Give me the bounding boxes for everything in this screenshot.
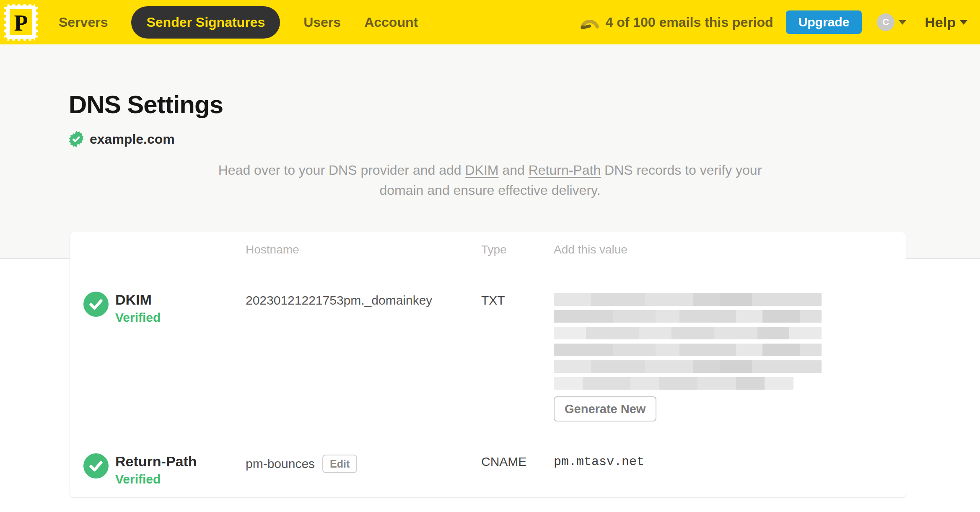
dkim-value-cell: Generate New (554, 267, 906, 430)
return-path-hostname-cell: pm-bounces Edit (246, 430, 481, 497)
chevron-down-icon (960, 20, 967, 25)
chevron-down-icon (899, 20, 906, 25)
redacted-value-line (554, 310, 822, 323)
account-menu[interactable]: C (877, 13, 906, 31)
table-row-dkim: DKIM Verified 20230121221753pm._domainke… (70, 267, 906, 430)
status-badge: Verified (115, 310, 161, 325)
return-path-link[interactable]: Return-Path (529, 163, 601, 178)
return-path-status-stack: Return-Path Verified (115, 453, 197, 486)
page-title: DNS Settings (69, 90, 980, 119)
table-header-row: Hostname Type Add this value (70, 232, 906, 267)
avatar: C (877, 13, 894, 31)
instruction-part2: and (498, 163, 528, 178)
redacted-value-line (554, 360, 822, 373)
help-label: Help (925, 14, 956, 31)
return-path-value: pm.mtasv.net (554, 455, 644, 469)
return-path-hostname: pm-bounces (246, 457, 315, 471)
return-path-type: CNAME (481, 430, 554, 497)
verified-domain: example.com (68, 131, 980, 147)
nav-item-servers[interactable]: Servers (59, 15, 108, 30)
domain-name: example.com (90, 132, 175, 147)
column-header-hostname: Hostname (246, 243, 481, 256)
dkim-status-stack: DKIM Verified (115, 292, 161, 325)
verified-seal-icon (68, 131, 85, 147)
instruction-text: Head over to your DNS provider and add D… (197, 160, 783, 200)
redacted-value-line (554, 327, 822, 339)
dkim-type: TXT (481, 267, 554, 430)
nav-item-account[interactable]: Account (364, 15, 418, 30)
gauge-icon (580, 15, 599, 29)
instruction-part1: Head over to your DNS provider and add (218, 163, 465, 178)
main-nav: Servers Sender Signatures Users Account (59, 6, 418, 39)
return-path-value-cell: pm.mtasv.net (554, 430, 906, 497)
column-header-add-this-value: Add this value (554, 243, 906, 256)
dkim-hostname: 20230121221753pm._domainkey (246, 267, 481, 430)
dkim-status-cell: DKIM Verified (70, 267, 246, 430)
table-row-return-path: Return-Path Verified pm-bounces Edit CNA… (70, 430, 906, 497)
dkim-link[interactable]: DKIM (465, 163, 498, 178)
upgrade-button[interactable]: Upgrade (786, 10, 862, 34)
verified-check-icon (83, 453, 109, 478)
svg-text:P: P (14, 10, 28, 36)
help-menu[interactable]: Help (925, 14, 967, 31)
redacted-dkim-value (554, 293, 906, 390)
redacted-value-line (554, 293, 822, 306)
nav-item-users[interactable]: Users (303, 15, 341, 30)
usage-meter[interactable]: 4 of 100 emails this period (580, 15, 773, 30)
postmark-stamp-logo-icon[interactable]: P (4, 4, 38, 41)
verified-check-icon (83, 292, 109, 317)
column-header-type: Type (481, 243, 554, 256)
record-name: DKIM (115, 292, 161, 308)
generate-new-button[interactable]: Generate New (554, 396, 656, 421)
redacted-value-line (554, 344, 822, 356)
top-navigation-bar: P Servers Sender Signatures Users Accoun… (0, 0, 980, 44)
redacted-value-line (554, 377, 793, 390)
return-path-status-cell: Return-Path Verified (70, 430, 246, 497)
topbar-right-group: 4 of 100 emails this period Upgrade C He… (580, 10, 967, 34)
record-name: Return-Path (115, 453, 197, 470)
status-badge: Verified (115, 472, 197, 486)
usage-text: 4 of 100 emails this period (605, 15, 773, 30)
edit-button[interactable]: Edit (322, 455, 357, 473)
dns-records-card: Hostname Type Add this value DKIM Verifi… (70, 232, 906, 498)
nav-item-sender-signatures[interactable]: Sender Signatures (131, 6, 280, 39)
